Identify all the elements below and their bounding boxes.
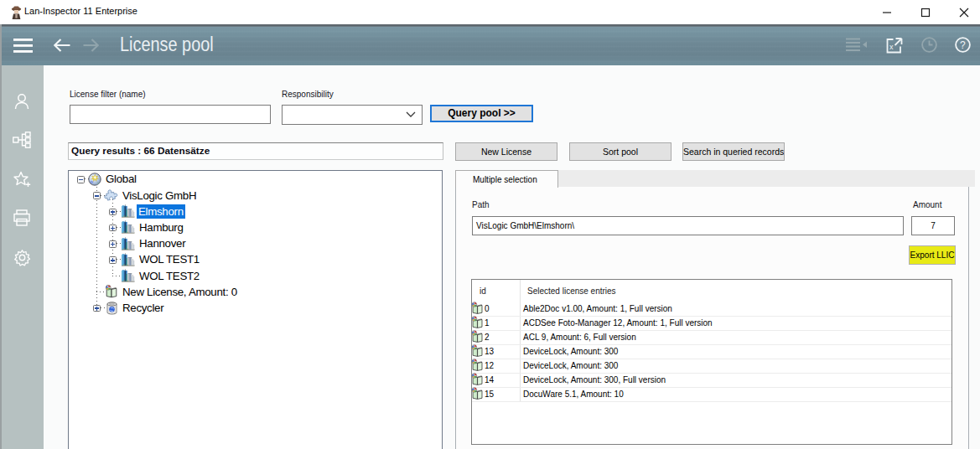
svg-text:x: x (889, 43, 894, 51)
svg-text:?: ? (960, 39, 966, 51)
